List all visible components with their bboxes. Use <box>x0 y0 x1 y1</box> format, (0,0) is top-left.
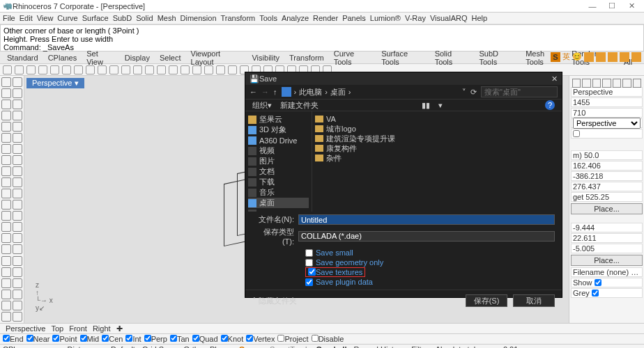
tool-icon[interactable] <box>169 65 178 74</box>
tool-icon[interactable] <box>181 65 190 74</box>
menu-dimension[interactable]: Dimension <box>181 14 217 22</box>
save-option[interactable]: Save geometry only <box>305 258 555 267</box>
search-input[interactable] <box>481 86 558 97</box>
side-tool-icon[interactable] <box>13 133 22 143</box>
side-tool-icon[interactable] <box>13 100 22 109</box>
menu-view[interactable]: View <box>37 14 54 22</box>
side-tool-icon[interactable] <box>13 256 22 266</box>
status-item[interactable]: Distance <box>68 345 98 348</box>
tool-icon[interactable] <box>157 65 166 74</box>
side-tool-icon[interactable] <box>1 133 11 143</box>
breadcrumb[interactable]: ›此电脑 ›桌面 › <box>282 87 459 97</box>
file-item[interactable]: 康复构件 <box>315 143 559 153</box>
menu-visualarq[interactable]: VisualARQ <box>430 14 468 22</box>
tab-viewport-layout[interactable]: Viewport Layout <box>191 49 243 66</box>
tree-item[interactable]: 视频 <box>248 145 309 156</box>
side-tool-icon[interactable] <box>1 312 11 322</box>
nav-back-button[interactable]: ← <box>250 88 257 96</box>
tool-icon[interactable] <box>216 65 225 74</box>
filename-input[interactable] <box>298 214 555 225</box>
menu-tools[interactable]: Tools <box>259 14 277 22</box>
view-tab-right[interactable]: Right <box>93 324 111 333</box>
organize-menu[interactable]: 组织▾ <box>252 100 272 111</box>
panel-tab-icon[interactable] <box>582 79 590 88</box>
side-tool-icon[interactable] <box>1 267 11 277</box>
side-tool-icon[interactable] <box>13 222 22 232</box>
status-item[interactable]: Ortho <box>183 345 203 348</box>
menu-curve[interactable]: Curve <box>57 14 77 22</box>
ime-icon[interactable]: 😊 <box>572 52 582 61</box>
status-smart[interactable]: SmartTrack <box>270 345 309 348</box>
side-tool-icon[interactable] <box>1 100 11 109</box>
side-tool-icon[interactable] <box>1 278 11 288</box>
osnap-disable[interactable]: Disable <box>312 335 344 343</box>
side-tool-icon[interactable] <box>1 144 11 154</box>
file-item[interactable]: VA <box>315 114 559 124</box>
menu-panels[interactable]: Panels <box>342 14 366 22</box>
chevron-up-icon[interactable]: ˄ <box>252 296 256 306</box>
osnap-cen[interactable]: Cen <box>102 335 123 343</box>
add-view-button[interactable]: ✚ <box>116 324 123 333</box>
close-button[interactable]: ✕ <box>622 1 641 10</box>
toolbar-icon[interactable] <box>620 52 629 62</box>
sogou-icon[interactable]: S <box>551 52 560 62</box>
osnap-quad[interactable]: Quad <box>192 335 218 343</box>
menu-render[interactable]: Render <box>313 14 338 22</box>
side-tool-icon[interactable] <box>1 111 11 120</box>
tab-display[interactable]: Display <box>125 54 150 62</box>
side-tool-icon[interactable] <box>1 77 11 87</box>
status-item[interactable]: Absolute tolerance: 0.01 <box>436 345 519 348</box>
view-tab-perspective[interactable]: Perspective <box>6 324 45 333</box>
panel-tab-icon[interactable] <box>622 79 631 88</box>
side-tool-icon[interactable] <box>13 155 22 165</box>
tool-icon[interactable] <box>121 65 130 74</box>
nav-forward-button[interactable]: → <box>261 88 269 96</box>
side-tool-icon[interactable] <box>13 301 22 310</box>
side-tool-icon[interactable] <box>1 222 11 232</box>
tool-icon[interactable] <box>3 65 12 74</box>
side-tool-icon[interactable] <box>1 189 11 198</box>
tree-item[interactable]: 文档 <box>248 166 309 177</box>
side-tool-icon[interactable] <box>13 200 22 209</box>
status-item[interactable]: Planar <box>210 345 232 348</box>
view-check[interactable] <box>573 130 580 137</box>
panel-tab-icon[interactable] <box>592 79 601 88</box>
osnap-end[interactable]: End <box>3 335 24 343</box>
osnap-int[interactable]: Int <box>125 335 141 343</box>
side-tool-icon[interactable] <box>1 166 11 176</box>
menu-surface[interactable]: Surface <box>82 14 109 22</box>
osnap-mid[interactable]: Mid <box>80 335 100 343</box>
tool-icon[interactable] <box>98 65 107 74</box>
status-item[interactable]: Filter <box>411 345 428 348</box>
tab-transform[interactable]: Transform <box>289 54 324 62</box>
place-button[interactable]: Place... <box>571 203 643 214</box>
panel-tab-icon[interactable] <box>613 79 621 88</box>
tree-item[interactable]: 音乐 <box>248 187 309 198</box>
tab-set-view[interactable]: Set View <box>86 49 115 66</box>
side-tool-icon[interactable] <box>13 278 22 288</box>
save-option[interactable]: Save textures <box>305 267 555 277</box>
status-item[interactable]: ■ Default <box>104 345 135 348</box>
panel-tab-icon[interactable] <box>602 79 611 88</box>
toolbar-icon[interactable] <box>584 52 594 62</box>
osnap-tan[interactable]: Tan <box>170 335 190 343</box>
tab-standard[interactable]: Standard <box>7 54 38 62</box>
toolbar-icon[interactable] <box>608 52 618 62</box>
menu-file[interactable]: File <box>3 14 15 22</box>
status-item[interactable]: Grid Snap <box>142 345 177 348</box>
side-tool-icon[interactable] <box>1 211 11 221</box>
menu-lumion®[interactable]: Lumion® <box>370 14 401 22</box>
tool-icon[interactable] <box>50 65 59 74</box>
side-tool-icon[interactable] <box>1 155 11 165</box>
osnap-perp[interactable]: Perp <box>144 335 167 343</box>
file-item[interactable]: 建筑渲染专项提升课 <box>315 134 559 143</box>
side-tool-icon[interactable] <box>13 211 22 221</box>
side-tool-icon[interactable] <box>1 122 11 132</box>
new-folder-button[interactable]: 新建文件夹 <box>280 100 319 111</box>
tool-icon[interactable] <box>86 65 95 74</box>
panel-tab-icon[interactable] <box>633 79 641 88</box>
side-tool-icon[interactable] <box>13 233 22 243</box>
side-tool-icon[interactable] <box>1 290 11 299</box>
tool-icon[interactable] <box>74 65 83 74</box>
tool-icon[interactable] <box>62 65 71 74</box>
